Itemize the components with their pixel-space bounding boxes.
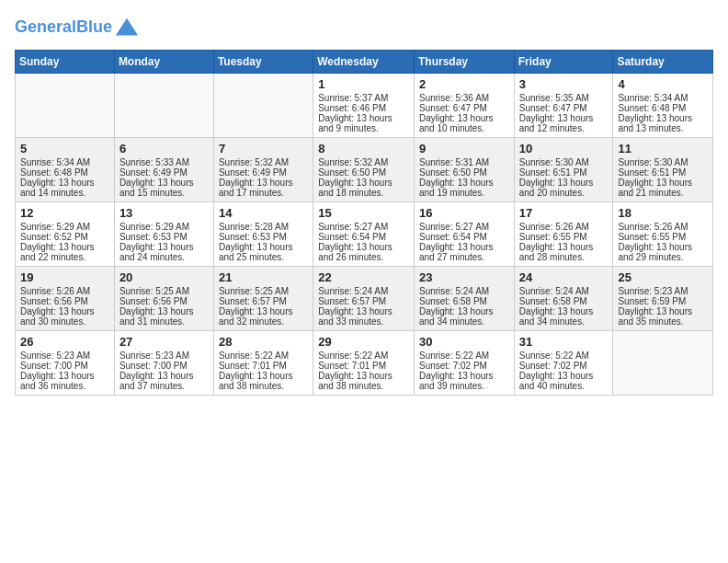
daylight-text: Daylight: 13 hours and 26 minutes.: [318, 242, 409, 262]
sunset-text: Sunset: 6:50 PM: [419, 167, 509, 178]
calendar-cell: 22Sunrise: 5:24 AMSunset: 6:57 PMDayligh…: [313, 267, 415, 331]
daylight-text: Daylight: 13 hours and 33 minutes.: [318, 306, 409, 327]
sunset-text: Sunset: 7:01 PM: [318, 361, 409, 371]
sunrise-text: Sunrise: 5:26 AM: [519, 222, 609, 232]
sunrise-text: Sunrise: 5:34 AM: [20, 157, 109, 167]
sunrise-text: Sunrise: 5:24 AM: [318, 286, 409, 296]
daylight-text: Daylight: 13 hours and 14 minutes.: [20, 178, 109, 198]
sunrise-text: Sunrise: 5:33 AM: [119, 157, 209, 167]
calendar-cell: [613, 331, 713, 396]
day-number: 31: [519, 335, 609, 349]
calendar-cell: 3Sunrise: 5:35 AMSunset: 6:47 PMDaylight…: [514, 74, 613, 138]
calendar-cell: [16, 74, 115, 138]
sunset-text: Sunset: 6:48 PM: [618, 103, 708, 113]
daylight-text: Daylight: 13 hours and 10 minutes.: [419, 113, 509, 133]
calendar-cell: 26Sunrise: 5:23 AMSunset: 7:00 PMDayligh…: [16, 331, 115, 396]
calendar-cell: 21Sunrise: 5:25 AMSunset: 6:57 PMDayligh…: [213, 267, 313, 331]
sunset-text: Sunset: 6:51 PM: [519, 167, 609, 178]
sunrise-text: Sunrise: 5:30 AM: [618, 157, 708, 167]
day-number: 12: [20, 206, 109, 220]
sunrise-text: Sunrise: 5:22 AM: [419, 350, 509, 361]
week-row-4: 19Sunrise: 5:26 AMSunset: 6:56 PMDayligh…: [16, 267, 713, 331]
sunrise-text: Sunrise: 5:24 AM: [519, 286, 609, 296]
calendar-cell: 4Sunrise: 5:34 AMSunset: 6:48 PMDaylight…: [613, 74, 713, 138]
daylight-text: Daylight: 13 hours and 25 minutes.: [219, 242, 308, 262]
daylight-text: Daylight: 13 hours and 30 minutes.: [20, 306, 109, 327]
day-number: 22: [318, 270, 409, 284]
week-row-2: 5Sunrise: 5:34 AMSunset: 6:48 PMDaylight…: [16, 138, 713, 202]
daylight-text: Daylight: 13 hours and 34 minutes.: [419, 306, 509, 327]
day-number: 5: [20, 142, 109, 155]
day-number: 14: [219, 206, 308, 220]
daylight-text: Daylight: 13 hours and 40 minutes.: [519, 371, 609, 391]
sunset-text: Sunset: 6:49 PM: [219, 167, 308, 178]
sunset-text: Sunset: 6:53 PM: [119, 232, 209, 242]
weekday-header-thursday: Thursday: [414, 51, 514, 74]
weekday-header-saturday: Saturday: [613, 51, 713, 74]
day-number: 6: [119, 142, 209, 155]
day-number: 23: [419, 270, 509, 284]
day-number: 4: [618, 77, 708, 91]
day-number: 15: [318, 206, 409, 220]
daylight-text: Daylight: 13 hours and 38 minutes.: [318, 371, 409, 391]
calendar-cell: 29Sunrise: 5:22 AMSunset: 7:01 PMDayligh…: [313, 331, 415, 396]
calendar-cell: 24Sunrise: 5:24 AMSunset: 6:58 PMDayligh…: [514, 267, 613, 331]
calendar-cell: 8Sunrise: 5:32 AMSunset: 6:50 PMDaylight…: [313, 138, 415, 202]
sunset-text: Sunset: 6:55 PM: [618, 232, 708, 242]
weekday-header-friday: Friday: [514, 51, 613, 74]
sunrise-text: Sunrise: 5:31 AM: [419, 157, 509, 167]
calendar-cell: 12Sunrise: 5:29 AMSunset: 6:52 PMDayligh…: [16, 202, 115, 267]
sunrise-text: Sunrise: 5:25 AM: [119, 286, 209, 296]
sunrise-text: Sunrise: 5:32 AM: [318, 157, 409, 167]
daylight-text: Daylight: 13 hours and 34 minutes.: [519, 306, 609, 327]
sunset-text: Sunset: 6:55 PM: [519, 232, 609, 242]
sunset-text: Sunset: 6:56 PM: [119, 296, 209, 306]
day-number: 16: [419, 206, 509, 220]
day-number: 10: [519, 142, 609, 155]
sunset-text: Sunset: 6:59 PM: [618, 296, 708, 306]
page-header: GeneralBlue: [15, 15, 713, 40]
sunrise-text: Sunrise: 5:30 AM: [519, 157, 609, 167]
calendar-cell: 7Sunrise: 5:32 AMSunset: 6:49 PMDaylight…: [213, 138, 313, 202]
sunrise-text: Sunrise: 5:36 AM: [419, 93, 509, 103]
calendar-cell: 11Sunrise: 5:30 AMSunset: 6:51 PMDayligh…: [613, 138, 713, 202]
calendar-cell: 1Sunrise: 5:37 AMSunset: 6:46 PMDaylight…: [313, 74, 415, 138]
daylight-text: Daylight: 13 hours and 17 minutes.: [219, 178, 308, 198]
day-number: 29: [318, 335, 409, 349]
sunset-text: Sunset: 6:47 PM: [419, 103, 509, 113]
calendar-cell: 6Sunrise: 5:33 AMSunset: 6:49 PMDaylight…: [114, 138, 213, 202]
day-number: 18: [618, 206, 708, 220]
day-number: 24: [519, 270, 609, 284]
day-number: 9: [419, 142, 509, 155]
sunrise-text: Sunrise: 5:22 AM: [519, 350, 609, 361]
sunset-text: Sunset: 6:54 PM: [318, 232, 409, 242]
sunset-text: Sunset: 7:00 PM: [20, 361, 109, 371]
sunrise-text: Sunrise: 5:35 AM: [519, 93, 609, 103]
calendar-cell: 2Sunrise: 5:36 AMSunset: 6:47 PMDaylight…: [414, 74, 514, 138]
day-number: 19: [20, 270, 109, 284]
sunset-text: Sunset: 6:58 PM: [519, 296, 609, 306]
daylight-text: Daylight: 13 hours and 20 minutes.: [519, 178, 609, 198]
daylight-text: Daylight: 13 hours and 18 minutes.: [318, 178, 409, 198]
day-number: 20: [119, 270, 209, 284]
calendar-cell: 18Sunrise: 5:26 AMSunset: 6:55 PMDayligh…: [613, 202, 713, 267]
daylight-text: Daylight: 13 hours and 27 minutes.: [419, 242, 509, 262]
daylight-text: Daylight: 13 hours and 36 minutes.: [20, 371, 109, 391]
day-number: 3: [519, 77, 609, 91]
sunset-text: Sunset: 6:47 PM: [519, 103, 609, 113]
daylight-text: Daylight: 13 hours and 39 minutes.: [419, 371, 509, 391]
daylight-text: Daylight: 13 hours and 31 minutes.: [119, 306, 209, 327]
calendar-cell: 28Sunrise: 5:22 AMSunset: 7:01 PMDayligh…: [213, 331, 313, 396]
sunset-text: Sunset: 6:57 PM: [318, 296, 409, 306]
calendar-cell: 27Sunrise: 5:23 AMSunset: 7:00 PMDayligh…: [114, 331, 213, 396]
day-number: 1: [318, 77, 409, 91]
sunrise-text: Sunrise: 5:25 AM: [219, 286, 308, 296]
day-number: 2: [419, 77, 509, 91]
sunset-text: Sunset: 6:49 PM: [119, 167, 209, 178]
sunrise-text: Sunrise: 5:23 AM: [20, 350, 109, 361]
day-number: 17: [519, 206, 609, 220]
daylight-text: Daylight: 13 hours and 35 minutes.: [618, 306, 708, 327]
day-number: 25: [618, 270, 708, 284]
calendar-cell: 20Sunrise: 5:25 AMSunset: 6:56 PMDayligh…: [114, 267, 213, 331]
week-row-5: 26Sunrise: 5:23 AMSunset: 7:00 PMDayligh…: [16, 331, 713, 396]
